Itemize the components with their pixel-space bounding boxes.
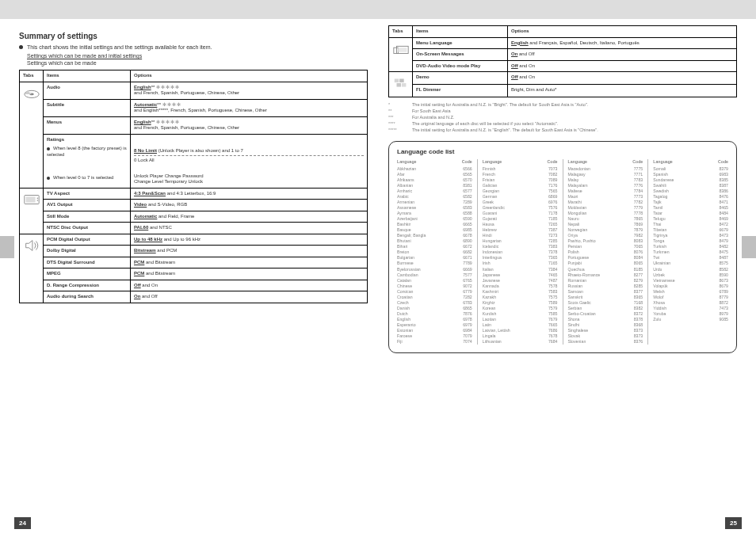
svg-point-4 <box>37 197 38 198</box>
item-name: Audio <box>47 85 60 90</box>
legend-underlined: Settings which can be made and initial s… <box>27 53 142 59</box>
col-head-options: Options <box>131 70 368 82</box>
svg-rect-3 <box>26 196 36 202</box>
page-content: Summary of settings This chart shows the… <box>0 19 756 353</box>
svg-point-5 <box>37 200 38 200</box>
language-code-box: Language code list LanguageCodeAbkhazian… <box>388 141 737 353</box>
left-column: Summary of settings This chart shows the… <box>19 25 368 353</box>
side-tab-left <box>0 236 14 258</box>
tv-icon <box>23 191 40 208</box>
tab-audio-icon-cell <box>20 234 44 303</box>
svg-rect-8 <box>398 48 407 51</box>
settings-table-right: Tabs Items Options Menu Language English… <box>388 25 737 97</box>
side-tab-right <box>742 236 756 258</box>
legend-plain: Settings which can be made <box>27 60 97 66</box>
page-number-left: 24 <box>14 517 31 529</box>
svg-rect-12 <box>402 83 407 87</box>
intro-bullet: This chart shows the initial settings an… <box>19 44 368 67</box>
code-title: Language code list <box>397 148 728 155</box>
svg-rect-11 <box>397 83 402 87</box>
page-title: Summary of settings <box>19 32 368 40</box>
svg-rect-10 <box>399 79 404 83</box>
settings-table-left: Tabs Items Options Audio English** ✻✻✻✻✻… <box>19 70 368 303</box>
header-bar <box>0 0 756 19</box>
col-head-tabs: Tabs <box>20 70 44 82</box>
tab-video-icon-cell <box>20 188 44 234</box>
col-head-items: Items <box>44 70 131 82</box>
speaker-icon <box>23 237 40 254</box>
intro-text: This chart shows the initial settings an… <box>27 44 212 51</box>
svg-rect-9 <box>395 79 399 83</box>
others-icon <box>392 74 410 92</box>
tab-disc-icon-cell <box>20 82 44 188</box>
display-icon <box>392 40 410 58</box>
right-column: Tabs Items Options Menu Language English… <box>388 25 737 353</box>
svg-rect-7 <box>394 48 399 53</box>
disc-icon <box>23 85 40 102</box>
footnotes: *The initial setting for Australia and N… <box>388 102 737 134</box>
page-number-right: 25 <box>725 517 742 529</box>
